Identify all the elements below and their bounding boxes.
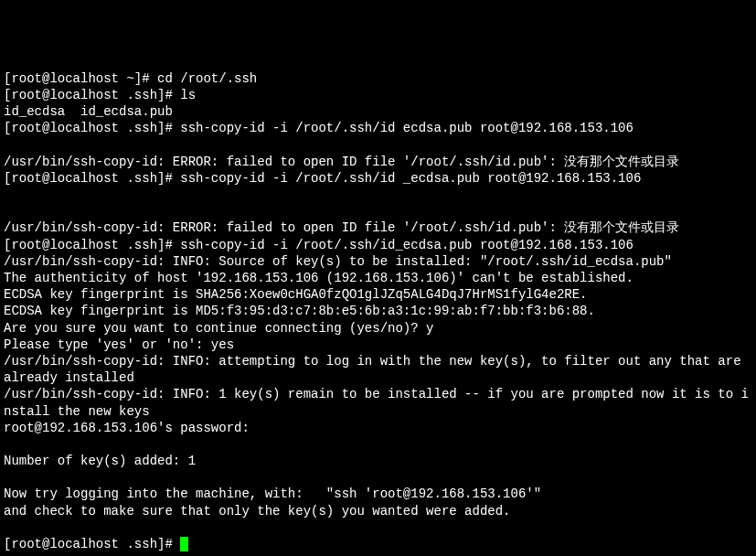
terminal-line [4,519,752,536]
terminal-line [4,137,752,154]
terminal-line: [root@localhost .ssh]# ssh-copy-id -i /r… [4,237,752,253]
shell-prompt: [root@localhost .ssh]# [4,537,180,551]
terminal-line: and check to make sure that only the key… [4,503,752,519]
terminal-line: [root@localhost .ssh]# ls [4,87,752,103]
terminal-output: [root@localhost ~]# cd /root/.ssh[root@l… [4,70,752,536]
cursor [180,537,188,551]
terminal-line: /usr/bin/ssh-copy-id: INFO: attempting t… [4,353,752,386]
terminal-line: [root@localhost ~]# cd /root/.ssh [4,70,752,87]
terminal-line: [root@localhost .ssh]# ssh-copy-id -i /r… [4,170,752,187]
terminal-line: [root@localhost .ssh]# ssh-copy-id -i /r… [4,120,752,136]
terminal-line: ECDSA key fingerprint is SHA256:Xoew0cHG… [4,286,752,303]
terminal-line: root@192.168.153.106's password: [4,420,752,436]
terminal-line: /usr/bin/ssh-copy-id: ERROR: failed to o… [4,219,752,236]
terminal[interactable]: [root@localhost ~]# cd /root/.ssh[root@l… [4,70,752,552]
terminal-line: Are you sure you want to continue connec… [4,320,752,337]
terminal-line [4,187,752,203]
terminal-line: Now try logging into the machine, with: … [4,486,752,502]
terminal-line [4,203,752,219]
terminal-line: /usr/bin/ssh-copy-id: ERROR: failed to o… [4,154,752,170]
terminal-line [4,436,752,453]
terminal-line: Number of key(s) added: 1 [4,453,752,469]
terminal-line: id_ecdsa id_ecdsa.pub [4,103,752,120]
terminal-line: Please type 'yes' or 'no': yes [4,337,752,353]
terminal-line: /usr/bin/ssh-copy-id: INFO: Source of ke… [4,253,752,270]
terminal-line: /usr/bin/ssh-copy-id: INFO: 1 key(s) rem… [4,386,752,419]
terminal-line [4,469,752,486]
terminal-line: ECDSA key fingerprint is MD5:f3:95:d3:c7… [4,303,752,319]
terminal-line: The authenticity of host '192.168.153.10… [4,270,752,286]
